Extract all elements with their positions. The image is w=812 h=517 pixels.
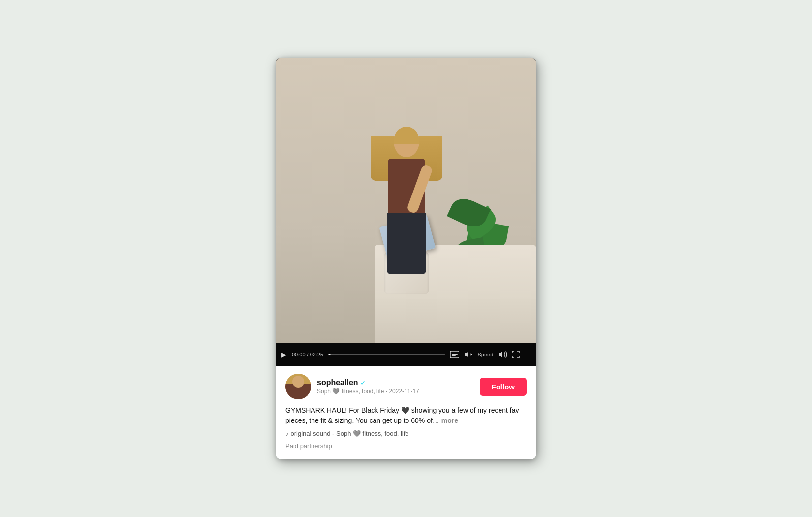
user-meta: Soph 🩶 fitness, food, life · 2022-11-17 [317, 388, 474, 395]
avatar-image [285, 374, 311, 399]
progress-fill [328, 354, 331, 355]
video-controls-bar: ▶ 00:00 / 02:25 Speed [276, 343, 536, 366]
paid-partnership: Paid partnership [285, 442, 527, 450]
caption-text: GYMSHARK HAUL! For Black Friday 🖤 showin… [285, 406, 519, 424]
info-section: sopheallen ✓ Soph 🩶 fitness, food, life … [276, 366, 536, 459]
volume-button[interactable] [498, 351, 507, 358]
tiktok-card: ⇧ ⇩ 3432 [276, 58, 536, 459]
username-row: sopheallen ✓ [317, 378, 474, 387]
play-button[interactable]: ▶ [281, 351, 287, 358]
svg-rect-1 [452, 354, 458, 355]
video-mock[interactable]: ⇧ ⇩ 3432 [276, 58, 536, 343]
follow-button[interactable]: Follow [480, 378, 527, 396]
sound-text[interactable]: original sound - Soph 🩶 fitness, food, l… [291, 430, 409, 437]
user-info: sopheallen ✓ Soph 🩶 fitness, food, life … [317, 378, 474, 395]
music-icon: ♪ [285, 430, 289, 437]
person-silhouette [375, 127, 438, 274]
more-link[interactable]: more [441, 417, 458, 424]
fullscreen-button[interactable] [512, 351, 520, 358]
caption: GYMSHARK HAUL! For Black Friday 🖤 showin… [285, 405, 527, 426]
progress-bar[interactable] [328, 354, 445, 355]
avatar-head [292, 376, 304, 388]
avatar[interactable] [285, 374, 311, 399]
captions-button[interactable] [450, 351, 459, 358]
user-row: sopheallen ✓ Soph 🩶 fitness, food, life … [285, 374, 527, 399]
username[interactable]: sopheallen [317, 378, 358, 387]
video-container: ⇧ ⇩ 3432 [276, 58, 536, 366]
verified-icon: ✓ [360, 379, 366, 387]
time-display: 00:00 / 02:25 [292, 352, 323, 357]
mute-button[interactable] [464, 351, 473, 358]
more-button[interactable]: ··· [525, 351, 531, 358]
speed-button[interactable]: Speed [478, 352, 494, 357]
svg-rect-2 [452, 355, 456, 356]
sound-row: ♪ original sound - Soph 🩶 fitness, food,… [285, 430, 527, 437]
scene [276, 58, 536, 343]
